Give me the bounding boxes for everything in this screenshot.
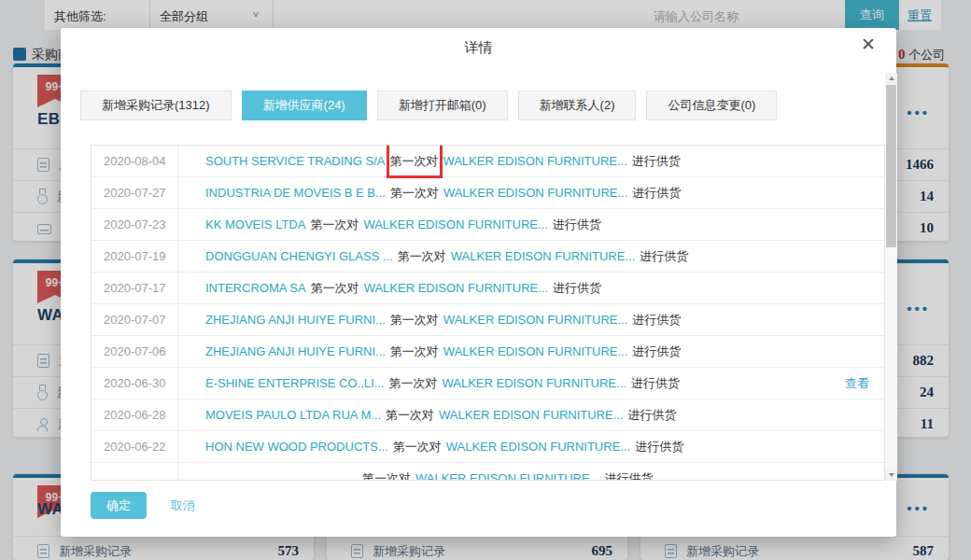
- supplier-name[interactable]: ZHEJIANG ANJI HUIYE FURNI...: [205, 344, 386, 358]
- supplier-name[interactable]: MOVEIS PAULO LTDA RUA M...: [205, 408, 381, 422]
- supplier-name[interactable]: HON NEW WOOD PRODUCTS...: [205, 440, 388, 454]
- supplier-name[interactable]: INDUSTRIA DE MOVEIS B E B...: [205, 186, 386, 200]
- row-date: 2020-08-04: [104, 154, 166, 168]
- list-item: 2020-06-22 HON NEW WOOD PRODUCTS... 第一次对…: [91, 431, 884, 463]
- row-date: 2020-07-27: [104, 186, 166, 200]
- first-time-text: 第一次对: [390, 312, 439, 329]
- buyer-name[interactable]: WALKER EDISON FURNITURE...: [451, 249, 635, 263]
- supply-text: 进行供货: [604, 470, 653, 482]
- supplier-name[interactable]: INTERCROMA SA: [205, 281, 306, 295]
- details-modal: 详情 ✕ 新增采购记录(1312) 新增供应商(24) 新增打开邮箱(0) 新增…: [61, 28, 896, 537]
- row-date: 2020-06-28: [104, 408, 166, 422]
- supply-text: 进行供货: [632, 153, 681, 170]
- list-item: 2020-06-28 MOVEIS PAULO LTDA RUA M... 第一…: [91, 399, 884, 431]
- buyer-name[interactable]: WALKER EDISON FURNITURE...: [363, 217, 547, 231]
- supply-text: 进行供货: [632, 343, 681, 360]
- modal-title: 详情: [61, 39, 896, 57]
- supply-text: 进行供货: [628, 407, 677, 424]
- first-time-text: 第一次对: [393, 439, 442, 455]
- row-date: 2020-07-07: [104, 313, 166, 327]
- row-date: 2020-06-22: [104, 440, 166, 454]
- buyer-name[interactable]: WALKER EDISON FURNITURE...: [443, 154, 626, 168]
- view-link[interactable]: 查看: [845, 375, 869, 392]
- supplier-name[interactable]: KK MOVEIS LTDA: [205, 217, 305, 231]
- modal-tabs: 新增采购记录(1312) 新增供应商(24) 新增打开邮箱(0) 新增联系人(2…: [80, 91, 777, 120]
- first-time-text: 第一次对: [388, 375, 437, 392]
- supply-text: 进行供货: [632, 312, 681, 329]
- buyer-name[interactable]: WALKER EDISON FURNITURE...: [443, 186, 627, 200]
- tab-company-info-changes[interactable]: 公司信息变更(0): [646, 91, 777, 120]
- list-item: 2020-07-06 ZHEJIANG ANJI HUIYE FURNI... …: [91, 336, 884, 368]
- supply-text: 进行供货: [553, 217, 601, 233]
- row-date: 2020-07-19: [104, 249, 166, 263]
- cancel-button[interactable]: 取消: [171, 497, 195, 514]
- row-date: 2020-07-17: [104, 281, 166, 295]
- supply-text: 进行供货: [553, 280, 601, 297]
- first-time-text: 第一次对: [398, 248, 446, 265]
- list-item: 2020-06-30 E-SHINE ENTERPRISE CO.,LI... …: [91, 368, 884, 399]
- first-time-text: 第一次对: [310, 217, 359, 233]
- tab-new-contacts[interactable]: 新增联系人(2): [518, 91, 637, 120]
- buyer-name[interactable]: WALKER EDISON FURNITURE...: [446, 440, 630, 454]
- supplier-name[interactable]: SOUTH SERVICE TRADING S/A: [205, 154, 385, 168]
- scroll-up-icon[interactable]: [885, 73, 897, 85]
- supplier-name[interactable]: ZHEJIANG ANJI HUIYE FURNI...: [205, 313, 386, 327]
- list-item: 第一次对 WALKER EDISON FURNITURE... 进行供货: [91, 463, 884, 481]
- close-icon[interactable]: ✕: [861, 35, 876, 53]
- row-date: 2020-07-06: [104, 344, 166, 358]
- scroll-down-icon[interactable]: [885, 469, 897, 481]
- first-time-text: 第一次对: [362, 470, 411, 482]
- supply-text: 进行供货: [635, 439, 683, 455]
- list-item: 2020-07-07 ZHEJIANG ANJI HUIYE FURNI... …: [91, 304, 884, 336]
- tab-new-purchase-records[interactable]: 新增采购记录(1312): [80, 91, 232, 120]
- confirm-button[interactable]: 确定: [91, 492, 147, 519]
- supplier-name[interactable]: DONGGUAN CHENGYI GLASS ...: [205, 249, 393, 263]
- supplier-list: 2020-08-04 SOUTH SERVICE TRADING S/A 第一次…: [91, 145, 885, 481]
- modal-footer: 确定 取消: [61, 481, 896, 537]
- first-time-text: 第一次对: [390, 343, 439, 360]
- tab-new-suppliers[interactable]: 新增供应商(24): [242, 91, 367, 120]
- buyer-name[interactable]: WALKER EDISON FURNITURE...: [439, 408, 623, 422]
- supply-text: 进行供货: [640, 248, 688, 265]
- buyer-name[interactable]: WALKER EDISON FURNITURE...: [364, 281, 548, 295]
- list-item: 2020-07-19 DONGGUAN CHENGYI GLASS ... 第一…: [91, 241, 884, 273]
- tab-new-opened-mailbox[interactable]: 新增打开邮箱(0): [377, 91, 508, 120]
- buyer-name[interactable]: WALKER EDISON FURNITURE...: [442, 376, 626, 390]
- list-item: 2020-07-27 INDUSTRIA DE MOVEIS B E B... …: [91, 177, 884, 209]
- first-time-text: 第一次对: [311, 280, 359, 297]
- buyer-name[interactable]: WALKER EDISON FURNITURE...: [443, 313, 627, 327]
- buyer-name[interactable]: WALKER EDISON FURNITURE...: [443, 344, 627, 358]
- scrollbar[interactable]: [885, 73, 897, 481]
- scrollbar-thumb[interactable]: [886, 85, 896, 247]
- first-time-text: 第一次对: [390, 185, 439, 202]
- supply-text: 进行供货: [632, 185, 681, 202]
- first-time-text: 第一次对: [389, 153, 438, 170]
- buyer-name[interactable]: WALKER EDISON FURNITURE...: [415, 471, 599, 481]
- supply-text: 进行供货: [631, 375, 680, 392]
- row-date: 2020-07-23: [104, 217, 166, 231]
- list-item: 2020-08-04 SOUTH SERVICE TRADING S/A 第一次…: [91, 146, 884, 177]
- row-date: 2020-06-30: [104, 376, 166, 390]
- list-item: 2020-07-23 KK MOVEIS LTDA 第一次对 WALKER ED…: [91, 209, 884, 241]
- list-item: 2020-07-17 INTERCROMA SA 第一次对 WALKER EDI…: [91, 273, 884, 304]
- first-time-text: 第一次对: [386, 407, 434, 424]
- supplier-name[interactable]: E-SHINE ENTERPRISE CO.,LI...: [205, 376, 384, 390]
